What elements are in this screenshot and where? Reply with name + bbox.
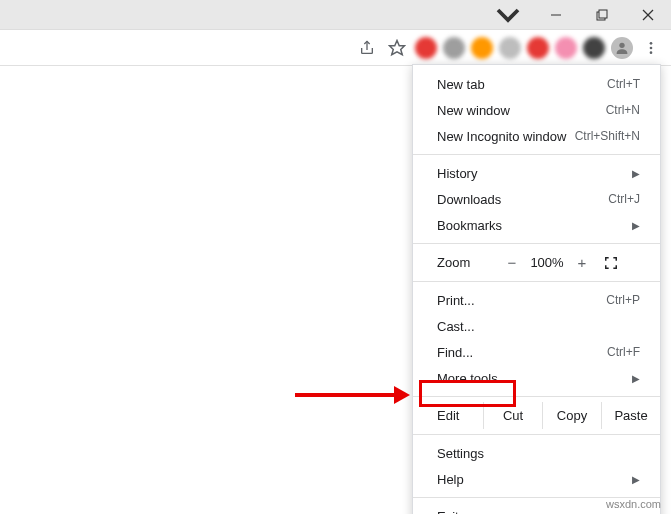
more-menu-icon[interactable] xyxy=(639,36,663,60)
extension-icon[interactable] xyxy=(527,37,549,59)
menu-new-tab[interactable]: New tab Ctrl+T xyxy=(413,71,660,97)
menu-label: New window xyxy=(437,103,510,118)
menu-new-window[interactable]: New window Ctrl+N xyxy=(413,97,660,123)
tab-search-chevron[interactable] xyxy=(493,0,523,30)
menu-separator xyxy=(413,243,660,244)
chevron-right-icon: ▶ xyxy=(632,373,640,384)
paste-button[interactable]: Paste xyxy=(601,402,660,429)
menu-cast[interactable]: Cast... xyxy=(413,313,660,339)
menu-label: History xyxy=(437,166,477,181)
profile-avatar-icon[interactable] xyxy=(611,37,633,59)
menu-shortcut: Ctrl+N xyxy=(606,103,640,117)
extension-icon[interactable] xyxy=(583,37,605,59)
menu-help[interactable]: Help ▶ xyxy=(413,466,660,492)
menu-label: Cast... xyxy=(437,319,475,334)
zoom-value: 100% xyxy=(527,255,567,270)
svg-marker-5 xyxy=(390,40,405,54)
menu-shortcut: Ctrl+J xyxy=(608,192,640,206)
extension-icon[interactable] xyxy=(499,37,521,59)
bookmark-star-icon[interactable] xyxy=(385,36,409,60)
annotation-highlight-box xyxy=(419,380,516,407)
menu-bookmarks[interactable]: Bookmarks ▶ xyxy=(413,212,660,238)
menu-label: New Incognito window xyxy=(437,129,566,144)
svg-rect-2 xyxy=(599,10,607,18)
menu-separator xyxy=(413,281,660,282)
annotation-arrow xyxy=(295,388,410,402)
chrome-main-menu: New tab Ctrl+T New window Ctrl+N New Inc… xyxy=(412,64,661,514)
menu-label: New tab xyxy=(437,77,485,92)
chevron-right-icon: ▶ xyxy=(632,474,640,485)
svg-point-7 xyxy=(650,42,653,45)
zoom-in-button[interactable]: + xyxy=(567,254,597,271)
menu-shortcut: Ctrl+T xyxy=(607,77,640,91)
menu-label: Find... xyxy=(437,345,473,360)
extension-icon[interactable] xyxy=(471,37,493,59)
menu-separator xyxy=(413,434,660,435)
extension-icon[interactable] xyxy=(415,37,437,59)
browser-toolbar xyxy=(0,30,671,66)
menu-label: Bookmarks xyxy=(437,218,502,233)
menu-find[interactable]: Find... Ctrl+F xyxy=(413,339,660,365)
menu-label: Downloads xyxy=(437,192,501,207)
chevron-right-icon: ▶ xyxy=(632,168,640,179)
close-button[interactable] xyxy=(625,0,671,30)
chevron-right-icon: ▶ xyxy=(632,220,640,231)
menu-label: Help xyxy=(437,472,464,487)
extension-icon[interactable] xyxy=(555,37,577,59)
menu-zoom: Zoom − 100% + xyxy=(413,249,660,276)
menu-settings[interactable]: Settings xyxy=(413,440,660,466)
share-icon[interactable] xyxy=(355,36,379,60)
menu-history[interactable]: History ▶ xyxy=(413,160,660,186)
maximize-button[interactable] xyxy=(579,0,625,30)
svg-point-8 xyxy=(650,46,653,49)
menu-new-incognito[interactable]: New Incognito window Ctrl+Shift+N xyxy=(413,123,660,149)
menu-label: Settings xyxy=(437,446,484,461)
minimize-button[interactable] xyxy=(533,0,579,30)
svg-point-6 xyxy=(619,42,624,47)
zoom-label: Zoom xyxy=(437,255,497,270)
menu-shortcut: Ctrl+P xyxy=(606,293,640,307)
menu-label: Exit xyxy=(437,509,459,515)
extension-icon[interactable] xyxy=(443,37,465,59)
zoom-out-button[interactable]: − xyxy=(497,254,527,271)
menu-shortcut: Ctrl+Shift+N xyxy=(575,129,640,143)
watermark: wsxdn.com xyxy=(606,498,661,510)
copy-button[interactable]: Copy xyxy=(542,402,601,429)
window-titlebar xyxy=(0,0,671,30)
svg-point-9 xyxy=(650,51,653,54)
menu-separator xyxy=(413,154,660,155)
menu-print[interactable]: Print... Ctrl+P xyxy=(413,287,660,313)
fullscreen-icon[interactable] xyxy=(597,256,625,270)
menu-downloads[interactable]: Downloads Ctrl+J xyxy=(413,186,660,212)
menu-label: Print... xyxy=(437,293,475,308)
menu-shortcut: Ctrl+F xyxy=(607,345,640,359)
